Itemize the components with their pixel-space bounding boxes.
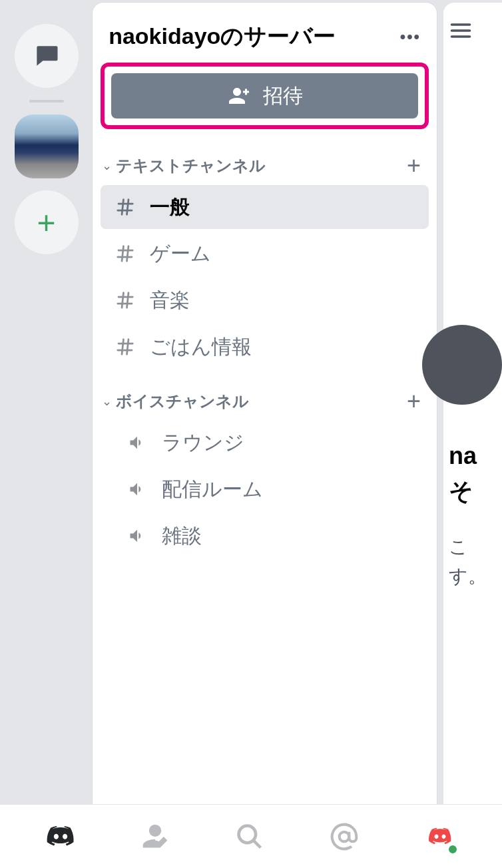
channel-name: 一般: [150, 194, 190, 221]
chevron-down-icon: ⌄: [102, 394, 112, 409]
text-channel[interactable]: ごはん情報: [101, 325, 429, 369]
menu-button[interactable]: [449, 19, 502, 45]
hash-icon: [113, 244, 138, 264]
hash-icon: [113, 290, 138, 310]
ellipsis-icon: •••: [400, 27, 421, 45]
add-text-channel-button[interactable]: +: [407, 152, 421, 180]
plus-icon: +: [37, 204, 56, 241]
speaker-icon: [125, 527, 150, 545]
text-channel[interactable]: 一般: [101, 185, 429, 229]
invite-button[interactable]: 招待: [111, 73, 418, 118]
channel-name: 音楽: [150, 287, 190, 314]
channel-name: ごはん情報: [150, 333, 252, 361]
discord-icon: [45, 821, 77, 853]
chat-icon: [32, 41, 61, 71]
peek-heading: na: [449, 442, 502, 470]
invite-label: 招待: [263, 83, 303, 110]
invite-highlight: 招待: [101, 63, 429, 129]
server-avatar[interactable]: [15, 114, 79, 178]
voice-category-header[interactable]: ⌄ ボイスチャンネル +: [93, 374, 437, 419]
text-category-header[interactable]: ⌄ テキストチャンネル +: [93, 138, 437, 184]
peek-heading: そ: [449, 475, 502, 508]
server-rail: +: [0, 0, 93, 804]
panel-header: naokidayoのサーバー •••: [93, 21, 437, 59]
nav-friends[interactable]: [139, 821, 171, 853]
svg-line-4: [254, 840, 261, 847]
text-channel[interactable]: ゲーム: [101, 232, 429, 276]
svg-point-5: [340, 831, 350, 841]
channel-name: ゲーム: [150, 240, 211, 268]
dm-button[interactable]: [15, 24, 79, 88]
voice-channel[interactable]: ラウンジ: [101, 421, 429, 465]
hash-icon: [113, 337, 138, 357]
peek-text: こ: [449, 535, 502, 560]
more-menu-button[interactable]: •••: [400, 27, 421, 46]
hash-icon: [113, 197, 138, 217]
bottom-nav: [0, 804, 502, 868]
channel-name: 配信ルーム: [162, 476, 263, 503]
status-indicator: [447, 843, 459, 855]
add-server-button[interactable]: +: [15, 190, 79, 254]
channel-name: 雑談: [162, 523, 202, 550]
friends-icon: [140, 822, 170, 851]
content-peek-panel: na そ こ す。: [443, 3, 502, 804]
voice-category-label: ボイスチャンネル: [116, 391, 407, 412]
peek-text: す。: [449, 564, 502, 589]
server-avatar-large: [422, 325, 502, 405]
nav-profile[interactable]: [423, 819, 457, 854]
mention-icon: [330, 822, 359, 851]
speaker-icon: [125, 433, 150, 452]
text-category-label: テキストチャンネル: [116, 155, 407, 176]
person-add-icon: [227, 84, 251, 108]
channel-name: ラウンジ: [162, 429, 244, 457]
server-title: naokidayoのサーバー: [109, 21, 336, 52]
nav-search[interactable]: [234, 821, 266, 853]
search-icon: [235, 822, 264, 851]
nav-mentions[interactable]: [328, 821, 360, 853]
channel-panel: naokidayoのサーバー ••• 招待 ⌄ テキストチャンネル +: [93, 3, 437, 804]
chevron-down-icon: ⌄: [102, 158, 112, 173]
svg-point-3: [239, 825, 256, 843]
hamburger-icon: [449, 19, 473, 43]
text-channel[interactable]: 音楽: [101, 278, 429, 322]
speaker-icon: [125, 480, 150, 499]
voice-channel[interactable]: 配信ルーム: [101, 467, 429, 511]
nav-home[interactable]: [45, 821, 77, 853]
rail-divider: [29, 100, 64, 103]
add-voice-channel-button[interactable]: +: [407, 387, 421, 415]
voice-channel[interactable]: 雑談: [101, 514, 429, 558]
